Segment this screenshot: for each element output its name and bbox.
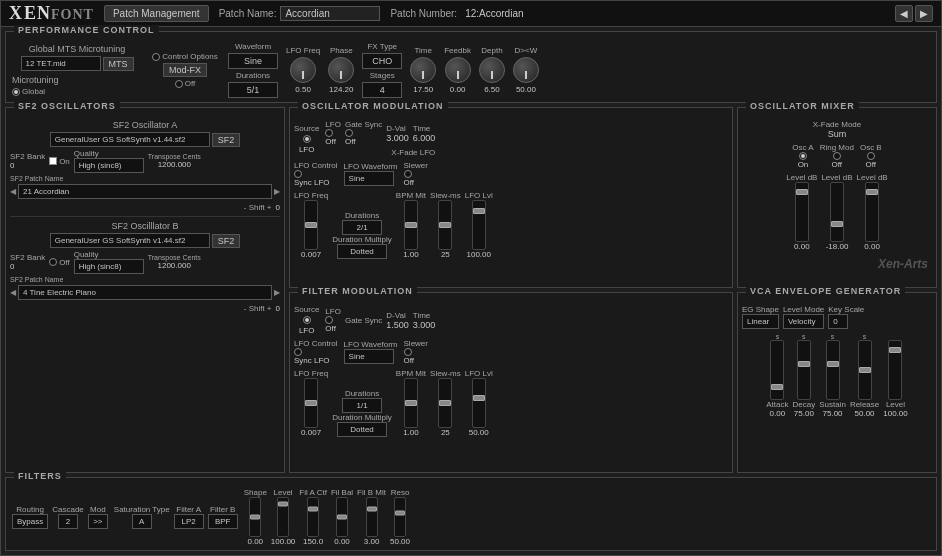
vca-level-slider[interactable] — [888, 340, 902, 400]
osc-b-patch-display: 4 Tine Electric Piano — [18, 285, 272, 300]
mixer-ring-mod-radio[interactable] — [833, 152, 841, 160]
vca-level-value: 100.00 — [883, 409, 907, 418]
filters-level-slider[interactable] — [277, 497, 289, 537]
osc-mod-lfo-radio[interactable] — [325, 129, 333, 137]
filters-cascade-label: Cascade — [52, 505, 84, 514]
osc-b-shift-value: 0 — [276, 304, 280, 313]
vca-attack-slider[interactable] — [770, 340, 784, 400]
fmod-dur-mul-label: Duration Multiply — [332, 413, 392, 422]
time-value: 17.50 — [413, 85, 433, 94]
osc-mod-gate-sync-radio[interactable] — [345, 129, 353, 137]
osc-b-transpose-value: 1200.000 — [158, 261, 191, 270]
feedbk-knob[interactable] — [445, 57, 471, 83]
filters-reso-slider[interactable] — [394, 497, 406, 537]
fmod-lfo-wave-label: LFO Waveform — [344, 340, 398, 349]
depth-knob[interactable] — [479, 57, 505, 83]
waveform-display: Sine — [228, 53, 278, 69]
fmod-lvl-slider[interactable] — [472, 378, 486, 428]
vca-decay-label: Decay — [793, 400, 816, 409]
feedbk-label: Feedbk — [444, 46, 471, 55]
fmod-durations-label: Durations — [345, 389, 379, 398]
vca-release-slider[interactable] — [858, 340, 872, 400]
fmod-lfo-ctrl-label: LFO Control — [294, 339, 338, 348]
filters-mod-label: Mod — [90, 505, 106, 514]
osc-mod-slew-slider[interactable] — [438, 200, 452, 250]
global-mts-label: Global MTS Microtuning — [12, 44, 142, 54]
osc-b-bank-value: 0 — [10, 262, 45, 271]
osc-mod-source-radio[interactable] — [303, 135, 311, 143]
time-knob[interactable] — [410, 57, 436, 83]
fmod-lfo-radio[interactable] — [325, 316, 333, 324]
osc-mod-lvl-value: 100.00 — [466, 250, 490, 259]
osc-mod-dval-label: D-Val — [386, 124, 409, 133]
fmod-dur-mul-display: Dotted — [337, 422, 387, 437]
control-options-radio[interactable] — [152, 53, 160, 61]
osc-mod-lfo-freq-slider[interactable] — [304, 200, 318, 250]
filters-shape-label: Shape — [244, 488, 267, 497]
osc-b-sf2-button[interactable]: SF2 — [212, 234, 241, 248]
filters-ctf-slider[interactable] — [307, 497, 319, 537]
fmod-slew-value: 25 — [441, 428, 450, 437]
filters-sat-display: A — [132, 514, 152, 529]
osc-mod-slewer-value: Off — [404, 178, 428, 187]
osc-mod-lvl-slider[interactable] — [472, 200, 486, 250]
microtuning-radio[interactable] — [12, 88, 20, 96]
osc-a-on-check[interactable] — [49, 157, 57, 165]
vca-decay-slider[interactable] — [797, 340, 811, 400]
vca-lvl-mode-display: Velocity — [783, 314, 824, 329]
dw-knob[interactable] — [513, 57, 539, 83]
nav-prev-button[interactable]: ◀ — [895, 5, 913, 22]
mixer-osc-b-radio[interactable] — [867, 152, 875, 160]
filters-cascade-display: 2 — [58, 514, 78, 529]
mod-fx-button[interactable]: Mod-FX — [163, 63, 207, 77]
phase-label: Phase — [330, 46, 353, 55]
osc-b-patch-label: SF2 Patch Name — [10, 276, 63, 283]
mixer-lvl-b-slider[interactable] — [865, 182, 879, 242]
osc-a-quality-display: High (sinc8) — [74, 158, 144, 173]
vca-sustain-slider[interactable] — [826, 340, 840, 400]
filters-a-display: LP2 — [174, 514, 204, 529]
stages-display: 4 — [362, 82, 402, 98]
patch-name-input[interactable] — [280, 6, 380, 21]
osc-mod-dur-mul-label: Duration Multiply — [332, 235, 392, 244]
osc-a-sf2-button[interactable]: SF2 — [212, 133, 241, 147]
mod-fx-toggle-radio[interactable] — [175, 80, 183, 88]
mixer-lvl-a-slider[interactable] — [795, 182, 809, 242]
fmod-bpm-slider[interactable] — [404, 378, 418, 428]
patch-management-button[interactable]: Patch Management — [104, 5, 209, 22]
fmod-source-radio[interactable] — [303, 316, 311, 324]
fmod-slew-slider[interactable] — [438, 378, 452, 428]
osc-a-patch-label: SF2 Patch Name — [10, 175, 63, 182]
osc-a-bank-value: 0 — [10, 161, 14, 170]
osc-mod-source-value: LFO — [299, 145, 315, 154]
osc-a-quality-label: Quality — [74, 149, 144, 158]
osc-b-shift-label: - Shift + — [244, 304, 272, 313]
osc-mod-lfo-ctrl-radio[interactable] — [294, 170, 302, 178]
osc-a-shift-label: - Shift + — [244, 203, 272, 212]
mixer-lvl-b-value: 0.00 — [864, 242, 880, 251]
mixer-lvl-ring-label: Level dB — [821, 173, 852, 182]
osc-a-on-label: On — [59, 157, 70, 166]
filters-level-label: Level — [274, 488, 293, 497]
mts-button[interactable]: MTS — [103, 57, 134, 71]
osc-b-off-radio[interactable] — [49, 258, 57, 266]
depth-value: 6.50 — [484, 85, 500, 94]
osc-b-quality-label: Quality — [74, 250, 144, 259]
filters-bal-slider[interactable] — [336, 497, 348, 537]
mixer-osc-a-radio[interactable] — [799, 152, 807, 160]
lfo-freq-knob[interactable] — [290, 57, 316, 83]
nav-next-button[interactable]: ▶ — [915, 5, 933, 22]
fmod-slewer-radio[interactable] — [404, 348, 412, 356]
phase-knob[interactable] — [328, 57, 354, 83]
filters-shape-slider[interactable] — [249, 497, 261, 537]
osc-mod-slewer-radio[interactable] — [404, 170, 412, 178]
fmod-dval-value: 1.500 — [386, 320, 409, 330]
vca-lvl-mode-label: Level Mode — [783, 305, 824, 314]
fmod-source-label: Source — [294, 305, 319, 314]
mixer-lvl-ring-slider[interactable] — [830, 182, 844, 242]
osc-mod-bpm-slider[interactable] — [404, 200, 418, 250]
filters-bmlt-slider[interactable] — [366, 497, 378, 537]
fmod-lfo-freq-slider[interactable] — [304, 378, 318, 428]
fmod-lfo-ctrl-radio[interactable] — [294, 348, 302, 356]
dw-value: 50.00 — [516, 85, 536, 94]
